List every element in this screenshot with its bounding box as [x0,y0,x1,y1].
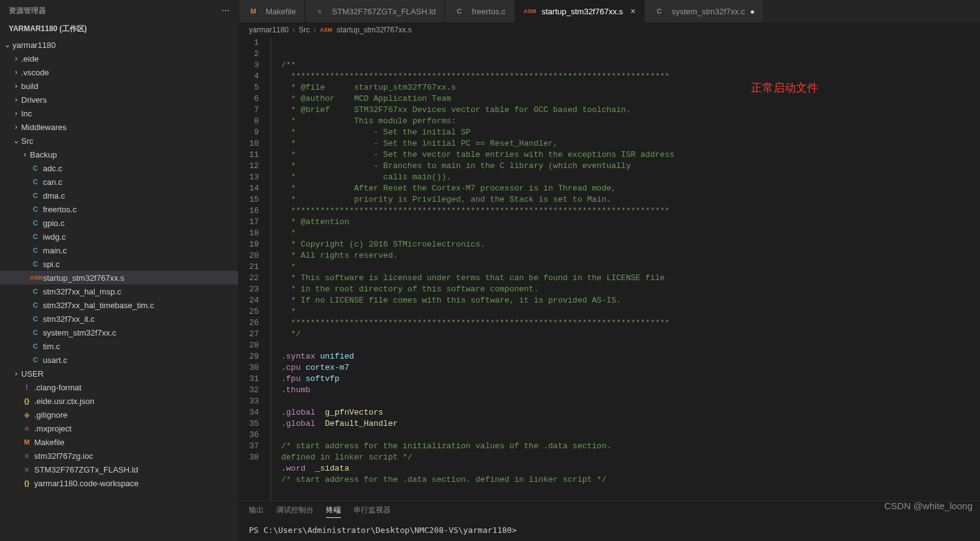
tree-file[interactable]: Ccan.c [0,175,238,189]
code-line[interactable]: * - Branches to main in the C library (w… [271,161,980,172]
code-line[interactable]: * This module performs: [271,116,980,127]
tree-folder[interactable]: build [0,79,238,93]
editor-tab[interactable]: Cfreertos.c [445,0,515,22]
workspace-title[interactable]: YARMAR1180 (工作区) [0,21,238,37]
editor-tab[interactable]: ≡STM32F767ZGTx_FLASH.ld [305,0,445,22]
code-line[interactable]: * @brief STM32F767xx Devices vector tabl… [271,105,980,116]
code-line[interactable]: .global g_pfnVectors [271,407,980,418]
tree-file[interactable]: Cdma.c [0,189,238,202]
code-line[interactable]: * - Set the initial PC == Reset_Handler, [271,138,980,149]
code-line[interactable] [271,340,980,351]
code-line[interactable]: * @author MCD Application Team [271,93,980,105]
chevron-right-icon[interactable] [11,82,21,90]
code-content[interactable]: /** ************************************… [271,37,980,501]
tree-file[interactable]: ≡stm32f767zg.ioc [0,449,238,463]
code-line[interactable]: /* start address for the .data section. … [271,474,980,486]
tree-file[interactable]: Cfreertos.c [0,202,238,216]
chevron-down-icon[interactable] [11,136,21,145]
code-line[interactable] [271,430,980,441]
chevron-right-icon[interactable] [11,68,21,77]
tree-file[interactable]: Cusart.c [0,353,238,367]
code-line[interactable]: .cpu cortex-m7 [271,362,980,374]
more-actions-icon[interactable]: ··· [222,5,230,16]
code-editor[interactable]: 1234567891011121314151617181920212223242… [239,37,980,501]
chevron-right-icon[interactable] [20,150,30,159]
code-line[interactable]: * All rights reserved. [271,250,980,261]
tree-folder-src[interactable]: Src [0,134,238,148]
tree-file[interactable]: Csystem_stm32f7xx.c [0,326,238,339]
tree-file[interactable]: Cstm32f7xx_hal_msp.c [0,285,238,298]
editor-tab[interactable]: MMakefile [239,0,305,22]
panel-tab[interactable]: 终端 [326,505,341,518]
code-line[interactable]: ****************************************… [271,205,980,217]
code-line[interactable]: */ [271,329,980,340]
code-line[interactable]: * calls main()). [271,172,980,183]
code-line[interactable] [271,396,980,407]
tree-folder[interactable]: Inc [0,106,238,120]
code-line[interactable]: .global Default_Handler [271,418,980,430]
tree-file[interactable]: ASMstartup_stm32f767xx.s [0,271,238,285]
code-line[interactable]: * If no LICENSE file comes with this sof… [271,295,980,306]
panel-tab[interactable]: 串行监视器 [353,505,391,518]
code-line[interactable]: * @attention [271,217,980,228]
code-line[interactable]: * in the root directory of this software… [271,284,980,295]
tree-file[interactable]: !.clang-format [0,380,238,394]
editor-tab[interactable]: Csystem_stm32f7xx.c● [645,0,764,22]
tree-file[interactable]: Cstm32f7xx_hal_timebase_tim.c [0,298,238,312]
code-line[interactable]: .syntax unified [271,351,980,362]
code-line[interactable]: .word _sidata [271,463,980,474]
code-line[interactable]: * - Set the initial SP [271,127,980,138]
code-line[interactable]: .fpu softvfp [271,374,980,385]
tree-folder[interactable]: Middlewares [0,120,238,134]
tree-file[interactable]: Cgpio.c [0,216,238,230]
close-icon[interactable]: × [630,6,635,16]
tree-folder-backup[interactable]: Backup [0,148,238,161]
code-line[interactable]: .thumb [271,385,980,396]
breadcrumb-file[interactable]: startup_stm32f767xx.s [337,26,412,34]
tree-file[interactable]: {}.eide.usr.ctx.json [0,394,238,408]
code-line[interactable]: * [271,261,980,273]
code-line[interactable]: * @file startup_stm32f767xx.s [271,82,980,93]
chevron-right-icon[interactable] [11,95,21,104]
code-line[interactable]: * After Reset the Cortex-M7 processor is… [271,183,980,194]
tree-file[interactable]: ◆.gitignore [0,408,238,421]
panel-tab[interactable]: 调试控制台 [276,505,314,518]
panel-tab[interactable]: 输出 [249,505,264,518]
tree-file[interactable]: Ciwdg.c [0,230,238,243]
tree-file[interactable]: MMakefile [0,435,238,449]
tree-file[interactable]: Cadc.c [0,161,238,175]
code-line[interactable]: defined in linker script */ [271,452,980,463]
code-line[interactable]: * Copyright (c) 2016 STMicroelectronics. [271,239,980,250]
tree-file[interactable]: ≡.mxproject [0,421,238,435]
tree-file[interactable]: Cspi.c [0,257,238,271]
code-line[interactable]: ****************************************… [271,318,980,329]
tree-folder[interactable]: Drivers [0,93,238,106]
terminal-content[interactable]: PS C:\Users\Administrator\Desktop\NMC208… [239,522,980,541]
tree-root[interactable]: yarmar1180 [0,38,238,52]
chevron-right-icon[interactable] [11,109,21,118]
tree-file[interactable]: ≡STM32F767ZGTx_FLASH.ld [0,463,238,476]
breadcrumb[interactable]: yarmar1180 › Src › ASM startup_stm32f767… [239,22,980,37]
code-line[interactable]: * priority is Privileged, and the Stack … [271,194,980,205]
chevron-right-icon[interactable] [11,369,21,378]
chevron-right-icon[interactable] [11,123,21,131]
code-line[interactable]: * [271,306,980,318]
breadcrumb-part[interactable]: yarmar1180 [249,26,289,34]
code-line[interactable]: /** [271,60,980,71]
editor-tab[interactable]: ASMstartup_stm32f767xx.s× [515,0,645,22]
tree-folder[interactable]: .eide [0,52,238,65]
tree-file[interactable]: Cmain.c [0,243,238,257]
code-line[interactable]: ****************************************… [271,71,980,82]
tree-folder[interactable]: .vscode [0,65,238,79]
code-line[interactable]: * This software is licensed under terms … [271,273,980,284]
tree-folder-user[interactable]: USER [0,367,238,380]
code-line[interactable]: * - Set the vector table entries with th… [271,149,980,161]
tree-file[interactable]: {}yarmar1180.code-workspace [0,476,238,490]
tree-file[interactable]: Ctim.c [0,339,238,353]
breadcrumb-part[interactable]: Src [299,26,310,34]
chevron-right-icon[interactable] [11,54,21,63]
code-line[interactable]: /* start address for the initialization … [271,441,980,452]
code-line[interactable]: * [271,228,980,239]
chevron-down-icon[interactable] [2,40,12,49]
tree-file[interactable]: Cstm32f7xx_it.c [0,312,238,326]
